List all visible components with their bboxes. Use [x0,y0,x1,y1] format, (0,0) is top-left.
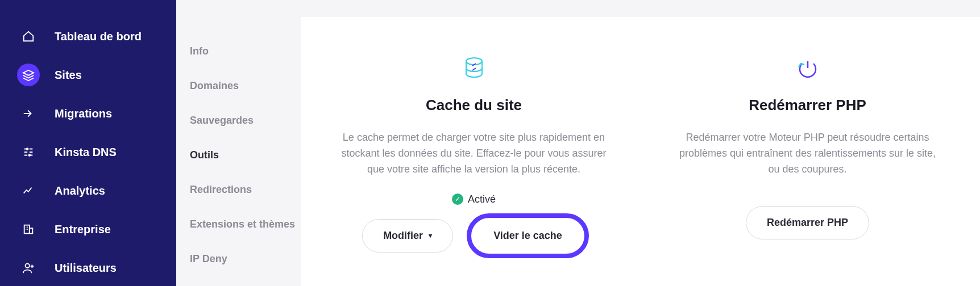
main-content: Cache du site Le cache permet de charger… [301,17,980,286]
sub-item-plugins[interactable]: Extensions et thèmes [190,207,301,242]
sidebar-item-migrations[interactable]: Migrations [0,94,176,133]
sidebar-item-dashboard[interactable]: Tableau de bord [0,17,176,56]
svg-rect-2 [24,225,30,234]
sidebar-item-company[interactable]: Entreprise [0,210,176,249]
button-label: Modifier [383,230,423,242]
sidebar-item-label: Sites [55,69,82,82]
sub-item-redirects[interactable]: Redirections [190,173,301,207]
sub-item-ipdeny[interactable]: IP Deny [190,242,301,276]
restart-icon [658,51,957,85]
migrations-icon [17,102,40,125]
check-icon: ✓ [452,194,463,205]
building-icon [17,218,40,241]
secondary-sidebar: Info Domaines Sauvegardes Outils Redirec… [176,0,301,286]
sub-item-info[interactable]: Info [190,34,301,69]
sub-item-label: Info [190,45,209,57]
button-label: Vider le cache [493,230,562,242]
sub-item-label: Extensions et thèmes [190,218,295,230]
sidebar-item-analytics[interactable]: Analytics [0,171,176,210]
card-restart-php: Redémarrer PHP Redémarrer votre Moteur P… [658,51,957,252]
sub-item-domains[interactable]: Domaines [190,69,301,103]
sidebar-item-label: Entreprise [55,223,111,236]
cache-status: ✓ Activé [324,194,624,205]
sidebar-item-users[interactable]: Utilisateurs [0,249,176,286]
sidebar-item-label: Tableau de bord [55,30,142,43]
restart-php-button[interactable]: Redémarrer PHP [746,206,869,239]
button-label: Redémarrer PHP [767,217,848,229]
card-desc-php: Redémarrer votre Moteur PHP peut résoudr… [674,130,941,178]
sidebar-item-dns[interactable]: Kinsta DNS [0,133,176,171]
sub-item-backups[interactable]: Sauvegardes [190,103,301,138]
card-title-php: Redémarrer PHP [658,96,957,114]
modify-cache-button[interactable]: Modifier ▾ [362,219,453,253]
primary-sidebar: Tableau de bord Sites Migrations Kinsta … [0,0,176,286]
chevron-down-icon: ▾ [429,232,432,239]
sidebar-item-label: Kinsta DNS [55,146,117,159]
dns-icon [17,141,40,163]
users-icon [17,256,40,279]
svg-point-1 [28,154,30,156]
analytics-icon [17,179,40,202]
svg-point-4 [26,264,30,268]
card-desc-cache: Le cache permet de charger votre site pl… [340,130,608,178]
clear-cache-button[interactable]: Vider le cache [470,217,585,255]
sub-item-label: Sauvegardes [190,115,254,126]
sub-item-label: Redirections [190,184,252,195]
home-icon [17,25,40,48]
card-site-cache: Cache du site Le cache permet de charger… [324,51,624,252]
sidebar-item-label: Analytics [55,184,105,197]
layers-icon [17,64,40,86]
svg-point-0 [27,148,28,150]
sidebar-item-label: Migrations [55,107,112,120]
sub-item-tools[interactable]: Outils [190,138,301,173]
sidebar-item-sites[interactable]: Sites [0,56,176,94]
sidebar-item-label: Utilisateurs [55,262,117,275]
card-title-cache: Cache du site [324,96,624,114]
svg-rect-3 [30,228,33,233]
database-cache-icon [324,51,624,85]
status-label: Activé [468,194,496,205]
sub-item-label: Domaines [190,80,239,91]
svg-point-5 [466,58,482,65]
sub-item-label: IP Deny [190,253,227,264]
sub-item-label: Outils [190,149,219,161]
